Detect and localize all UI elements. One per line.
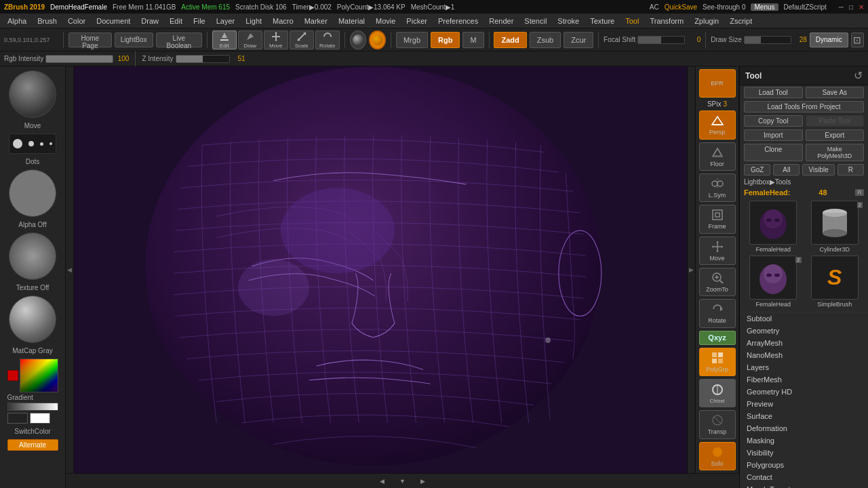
zsub-btn[interactable]: Zsub — [530, 32, 561, 48]
menu-file[interactable]: File — [189, 16, 210, 26]
polygrp-btn[interactable]: PolyGrp — [699, 348, 736, 376]
mrgb-btn[interactable]: Mrgb — [396, 32, 428, 48]
menu-layer[interactable]: Layer — [212, 16, 240, 26]
m-btn[interactable]: M — [462, 32, 484, 48]
brush-preview[interactable] — [9, 70, 56, 118]
import-btn[interactable]: Import — [744, 129, 803, 141]
rotate-btn[interactable]: Rotate — [315, 30, 340, 49]
menu-arraymesh[interactable]: ArrayMesh — [740, 337, 868, 349]
save-as-btn[interactable]: Save As — [806, 87, 865, 98]
tool-thumb-cylinder[interactable]: 2 Cylinder3D — [806, 201, 865, 253]
focal-shift-slider[interactable] — [637, 36, 685, 44]
menu-edit[interactable]: Edit — [165, 16, 187, 26]
collapse-right[interactable]: ▶ — [687, 66, 695, 473]
edit-btn[interactable]: Edit — [212, 30, 237, 49]
tool-thumb-simplebrush[interactable]: S SimpleBrush — [806, 256, 865, 308]
menu-deformation[interactable]: Deformation — [740, 422, 868, 434]
menu-visibility[interactable]: Visibility — [740, 447, 868, 459]
zcur-btn[interactable]: Zcur — [564, 32, 593, 48]
copy-tool-btn[interactable]: Copy Tool — [744, 115, 803, 127]
transp-btn[interactable]: Transp — [699, 410, 736, 439]
color-sq-light[interactable] — [30, 413, 50, 424]
rgb-btn[interactable]: Rgb — [431, 32, 460, 48]
menu-morph-target[interactable]: Morph Target — [740, 483, 868, 488]
menu-subtool[interactable]: Subtool — [740, 312, 868, 325]
fg-color-sq[interactable] — [7, 370, 18, 381]
lsym-btn[interactable]: L.Sym — [699, 174, 736, 202]
menu-tool[interactable]: Tool — [620, 16, 644, 26]
menu-geometry-hd[interactable]: Geometry HD — [740, 386, 868, 398]
menu-stencil[interactable]: Stencil — [519, 16, 551, 26]
make-polymesh-btn[interactable]: Make PolyMesh3D — [806, 144, 865, 161]
live-boolean-btn[interactable]: Live Boolean — [156, 33, 202, 47]
menu-preview[interactable]: Preview — [740, 398, 868, 410]
menu-material[interactable]: Material — [334, 16, 370, 26]
paste-tool-btn[interactable]: Paste Tool — [806, 115, 865, 127]
menu-color[interactable]: Color — [63, 16, 90, 26]
frame-btn[interactable]: Frame — [699, 205, 736, 233]
bpr-btn[interactable]: BPR — [699, 69, 736, 98]
viewport-canvas[interactable] — [74, 66, 687, 473]
menu-movie[interactable]: Movie — [371, 16, 400, 26]
menu-document[interactable]: Document — [92, 16, 135, 26]
lightbox-btn[interactable]: LightBox — [115, 33, 153, 47]
chisel-btn[interactable]: Chisel — [699, 379, 736, 407]
alternate-btn[interactable]: Alternate — [7, 439, 58, 451]
brush-mode-1[interactable] — [350, 30, 367, 49]
scale-btn[interactable]: Scale — [290, 30, 314, 49]
clone-btn[interactable]: Clone — [744, 144, 803, 161]
zadd-btn[interactable]: Zadd — [494, 32, 526, 48]
brush-mode-2[interactable] — [369, 30, 386, 49]
bottom-nav-down[interactable]: ▼ — [395, 478, 410, 485]
menu-macro[interactable]: Macro — [268, 16, 298, 26]
dots-preview[interactable] — [9, 134, 56, 154]
lightbox-tools-label[interactable]: Lightbox▶Tools — [744, 178, 791, 186]
menu-zplugin[interactable]: Zplugin — [690, 16, 724, 26]
menu-draw[interactable]: Draw — [136, 16, 163, 26]
menu-render[interactable]: Render — [484, 16, 518, 26]
sw-gradient[interactable] — [7, 403, 58, 411]
export-btn[interactable]: Export — [806, 129, 865, 141]
bottom-nav-left[interactable]: ◀ — [376, 478, 389, 485]
menu-light[interactable]: Light — [241, 16, 267, 26]
tool-thumb-femalehead-1[interactable]: FemaleHead — [744, 201, 803, 253]
menu-layers[interactable]: Layers — [740, 361, 868, 373]
minimize-btn[interactable]: ─ — [839, 3, 844, 11]
menu-texture[interactable]: Texture — [585, 16, 619, 26]
quicksave-btn[interactable]: QuickSave — [665, 3, 697, 11]
menus-btn[interactable]: Menus — [751, 3, 778, 11]
z-intensity-slider[interactable] — [176, 55, 230, 63]
draw-size-slider[interactable] — [744, 36, 791, 44]
menu-polygroups[interactable]: Polygroups — [740, 459, 868, 471]
menu-masking[interactable]: Masking — [740, 434, 868, 447]
persp-btn[interactable]: Persp — [699, 110, 736, 139]
menu-stroke[interactable]: Stroke — [553, 16, 584, 26]
xyz-btn[interactable]: Qxyz — [699, 331, 736, 345]
solo-btn[interactable]: Solo — [699, 442, 736, 470]
extra-icon[interactable]: ⊡ — [851, 33, 864, 47]
goz-btn[interactable]: GoZ — [744, 164, 770, 176]
maximize-btn[interactable]: □ — [849, 3, 853, 11]
default-zscript[interactable]: DefaultZScript — [784, 3, 827, 11]
all-btn[interactable]: All — [773, 164, 800, 176]
menu-preferences[interactable]: Preferences — [433, 16, 483, 26]
menu-picker[interactable]: Picker — [401, 16, 432, 26]
color-sq-dark[interactable] — [7, 413, 28, 424]
rgb-intensity-slider[interactable] — [45, 55, 113, 63]
menu-alpha[interactable]: Alpha — [3, 16, 31, 26]
menu-zscript[interactable]: Zscript — [725, 16, 757, 26]
r-btn[interactable]: R — [837, 164, 864, 176]
zoomto-btn[interactable]: ZoomTo — [699, 268, 736, 296]
visible-btn[interactable]: Visible — [802, 164, 834, 176]
home-page-btn[interactable]: Home Page — [68, 33, 112, 47]
collapse-left[interactable]: ◀ — [66, 66, 74, 473]
menu-brush[interactable]: Brush — [33, 16, 62, 26]
view-rotate-btn[interactable]: Rotate — [699, 299, 736, 327]
menu-transform[interactable]: Transform — [645, 16, 688, 26]
load-tool-btn[interactable]: Load Tool — [744, 87, 803, 98]
bottom-nav-right[interactable]: ▶ — [416, 478, 429, 485]
menu-marker[interactable]: Marker — [300, 16, 332, 26]
tool-panel-reset[interactable]: ↺ — [854, 69, 863, 82]
close-btn[interactable]: ✕ — [859, 3, 864, 11]
view-move-btn[interactable]: Move — [699, 237, 736, 265]
